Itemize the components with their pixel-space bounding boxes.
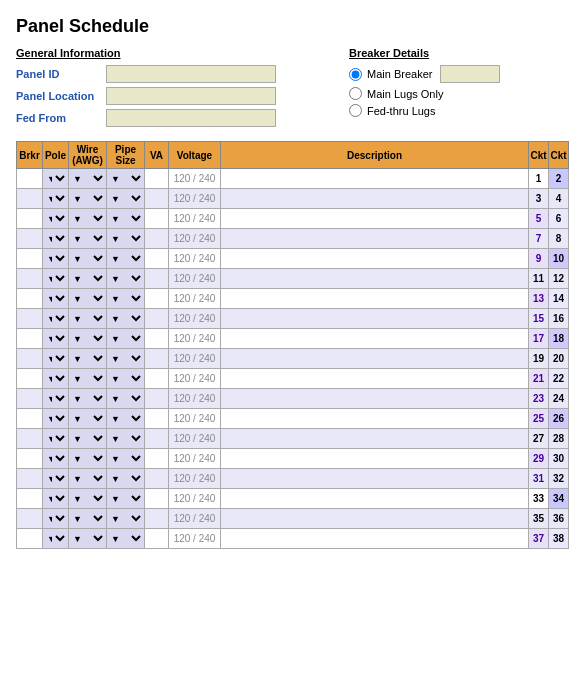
cell-pole-14[interactable]: ▼123 bbox=[43, 449, 69, 469]
cell-pipe-13[interactable]: ▼1/2"3/4"1" bbox=[107, 429, 145, 449]
pole-select-2[interactable]: ▼123 bbox=[43, 209, 68, 228]
wire-select-9[interactable]: ▼14121086 bbox=[69, 349, 106, 368]
main-breaker-input[interactable] bbox=[440, 65, 500, 83]
wire-select-7[interactable]: ▼14121086 bbox=[69, 309, 106, 328]
cell-pipe-15[interactable]: ▼1/2"3/4"1" bbox=[107, 469, 145, 489]
pole-select-17[interactable]: ▼123 bbox=[43, 509, 68, 528]
pole-select-16[interactable]: ▼123 bbox=[43, 489, 68, 508]
pipe-select-8[interactable]: ▼1/2"3/4"1" bbox=[107, 329, 144, 348]
wire-select-18[interactable]: ▼14121086 bbox=[69, 529, 106, 548]
wire-select-12[interactable]: ▼14121086 bbox=[69, 409, 106, 428]
cell-wire-14[interactable]: ▼14121086 bbox=[69, 449, 107, 469]
cell-wire-13[interactable]: ▼14121086 bbox=[69, 429, 107, 449]
pole-select-11[interactable]: ▼123 bbox=[43, 389, 68, 408]
pole-select-12[interactable]: ▼123 bbox=[43, 409, 68, 428]
cell-pole-1[interactable]: ▼123 bbox=[43, 189, 69, 209]
pole-select-15[interactable]: ▼123 bbox=[43, 469, 68, 488]
wire-select-0[interactable]: ▼14121086 bbox=[69, 169, 106, 188]
cell-pole-5[interactable]: ▼123 bbox=[43, 269, 69, 289]
pole-select-7[interactable]: ▼123 bbox=[43, 309, 68, 328]
cell-wire-0[interactable]: ▼14121086 bbox=[69, 169, 107, 189]
wire-select-16[interactable]: ▼14121086 bbox=[69, 489, 106, 508]
cell-pipe-3[interactable]: ▼1/2"3/4"1" bbox=[107, 229, 145, 249]
pipe-select-2[interactable]: ▼1/2"3/4"1" bbox=[107, 209, 144, 228]
cell-pipe-9[interactable]: ▼1/2"3/4"1" bbox=[107, 349, 145, 369]
panel-location-input[interactable] bbox=[106, 87, 276, 105]
pole-select-1[interactable]: ▼123 bbox=[43, 189, 68, 208]
wire-select-13[interactable]: ▼14121086 bbox=[69, 429, 106, 448]
cell-pipe-8[interactable]: ▼1/2"3/4"1" bbox=[107, 329, 145, 349]
cell-wire-10[interactable]: ▼14121086 bbox=[69, 369, 107, 389]
pipe-select-1[interactable]: ▼1/2"3/4"1" bbox=[107, 189, 144, 208]
cell-pole-9[interactable]: ▼123 bbox=[43, 349, 69, 369]
pipe-select-18[interactable]: ▼1/2"3/4"1" bbox=[107, 529, 144, 548]
cell-pipe-2[interactable]: ▼1/2"3/4"1" bbox=[107, 209, 145, 229]
pipe-select-10[interactable]: ▼1/2"3/4"1" bbox=[107, 369, 144, 388]
pipe-select-11[interactable]: ▼1/2"3/4"1" bbox=[107, 389, 144, 408]
cell-pole-2[interactable]: ▼123 bbox=[43, 209, 69, 229]
cell-wire-2[interactable]: ▼14121086 bbox=[69, 209, 107, 229]
cell-pole-6[interactable]: ▼123 bbox=[43, 289, 69, 309]
pole-select-4[interactable]: ▼123 bbox=[43, 249, 68, 268]
pipe-select-9[interactable]: ▼1/2"3/4"1" bbox=[107, 349, 144, 368]
pipe-select-12[interactable]: ▼1/2"3/4"1" bbox=[107, 409, 144, 428]
pole-select-14[interactable]: ▼123 bbox=[43, 449, 68, 468]
wire-select-2[interactable]: ▼14121086 bbox=[69, 209, 106, 228]
pole-select-13[interactable]: ▼123 bbox=[43, 429, 68, 448]
cell-pole-11[interactable]: ▼123 bbox=[43, 389, 69, 409]
cell-pole-18[interactable]: ▼123 bbox=[43, 529, 69, 549]
pipe-select-7[interactable]: ▼1/2"3/4"1" bbox=[107, 309, 144, 328]
cell-wire-17[interactable]: ▼14121086 bbox=[69, 509, 107, 529]
wire-select-14[interactable]: ▼14121086 bbox=[69, 449, 106, 468]
cell-pipe-17[interactable]: ▼1/2"3/4"1" bbox=[107, 509, 145, 529]
pipe-select-0[interactable]: ▼1/2"3/4"1" bbox=[107, 169, 144, 188]
pole-select-3[interactable]: ▼123 bbox=[43, 229, 68, 248]
cell-wire-1[interactable]: ▼14121086 bbox=[69, 189, 107, 209]
pole-select-6[interactable]: ▼123 bbox=[43, 289, 68, 308]
cell-wire-18[interactable]: ▼14121086 bbox=[69, 529, 107, 549]
cell-wire-8[interactable]: ▼14121086 bbox=[69, 329, 107, 349]
cell-wire-15[interactable]: ▼14121086 bbox=[69, 469, 107, 489]
cell-wire-4[interactable]: ▼14121086 bbox=[69, 249, 107, 269]
pipe-select-14[interactable]: ▼1/2"3/4"1" bbox=[107, 449, 144, 468]
wire-select-15[interactable]: ▼14121086 bbox=[69, 469, 106, 488]
main-breaker-radio[interactable] bbox=[349, 68, 362, 81]
cell-pole-3[interactable]: ▼123 bbox=[43, 229, 69, 249]
wire-select-17[interactable]: ▼14121086 bbox=[69, 509, 106, 528]
pipe-select-5[interactable]: ▼1/2"3/4"1" bbox=[107, 269, 144, 288]
wire-select-5[interactable]: ▼14121086 bbox=[69, 269, 106, 288]
cell-pipe-11[interactable]: ▼1/2"3/4"1" bbox=[107, 389, 145, 409]
wire-select-10[interactable]: ▼14121086 bbox=[69, 369, 106, 388]
wire-select-3[interactable]: ▼14121086 bbox=[69, 229, 106, 248]
pole-select-0[interactable]: ▼123 bbox=[43, 169, 68, 188]
cell-pipe-6[interactable]: ▼1/2"3/4"1" bbox=[107, 289, 145, 309]
wire-select-4[interactable]: ▼14121086 bbox=[69, 249, 106, 268]
cell-wire-6[interactable]: ▼14121086 bbox=[69, 289, 107, 309]
cell-wire-11[interactable]: ▼14121086 bbox=[69, 389, 107, 409]
fed-from-input[interactable] bbox=[106, 109, 276, 127]
pole-select-18[interactable]: ▼123 bbox=[43, 529, 68, 548]
cell-wire-9[interactable]: ▼14121086 bbox=[69, 349, 107, 369]
pipe-select-4[interactable]: ▼1/2"3/4"1" bbox=[107, 249, 144, 268]
cell-pole-0[interactable]: ▼123 bbox=[43, 169, 69, 189]
panel-id-input[interactable] bbox=[106, 65, 276, 83]
cell-pole-7[interactable]: ▼123 bbox=[43, 309, 69, 329]
cell-wire-16[interactable]: ▼14121086 bbox=[69, 489, 107, 509]
wire-select-6[interactable]: ▼14121086 bbox=[69, 289, 106, 308]
cell-pipe-14[interactable]: ▼1/2"3/4"1" bbox=[107, 449, 145, 469]
cell-wire-3[interactable]: ▼14121086 bbox=[69, 229, 107, 249]
cell-wire-7[interactable]: ▼14121086 bbox=[69, 309, 107, 329]
fed-thru-radio[interactable] bbox=[349, 104, 362, 117]
cell-pole-12[interactable]: ▼123 bbox=[43, 409, 69, 429]
pole-select-8[interactable]: ▼123 bbox=[43, 329, 68, 348]
cell-pipe-10[interactable]: ▼1/2"3/4"1" bbox=[107, 369, 145, 389]
main-lugs-radio[interactable] bbox=[349, 87, 362, 100]
cell-wire-12[interactable]: ▼14121086 bbox=[69, 409, 107, 429]
cell-pipe-5[interactable]: ▼1/2"3/4"1" bbox=[107, 269, 145, 289]
cell-pole-17[interactable]: ▼123 bbox=[43, 509, 69, 529]
cell-pipe-16[interactable]: ▼1/2"3/4"1" bbox=[107, 489, 145, 509]
cell-pipe-18[interactable]: ▼1/2"3/4"1" bbox=[107, 529, 145, 549]
pipe-select-13[interactable]: ▼1/2"3/4"1" bbox=[107, 429, 144, 448]
pipe-select-3[interactable]: ▼1/2"3/4"1" bbox=[107, 229, 144, 248]
wire-select-8[interactable]: ▼14121086 bbox=[69, 329, 106, 348]
